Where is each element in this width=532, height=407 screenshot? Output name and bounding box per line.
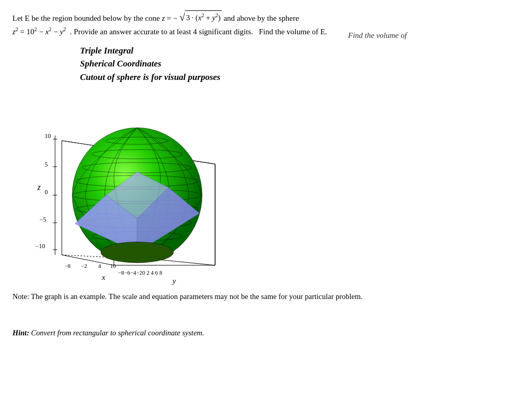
svg-text:10: 10 <box>110 263 116 269</box>
right-panel: Find the volume of <box>348 31 504 40</box>
svg-text:−10: −10 <box>35 242 45 250</box>
svg-text:x: x <box>101 273 105 281</box>
problem-line1: Let E be the region bounded below by the… <box>12 10 520 25</box>
graph-container: z x y 10 5 0 −5 −10 −8 −2 4 10 −8−6−4−20… <box>23 89 241 286</box>
hint-label: Hint: <box>12 329 29 337</box>
hint-text: Hint: Convert from rectangular to spheri… <box>12 328 520 339</box>
note-text: Note: The graph is an example. The scale… <box>12 291 376 303</box>
svg-text:−2: −2 <box>81 263 87 269</box>
svg-text:10: 10 <box>45 132 51 140</box>
title-block: Triple Integral Spherical Coordinates Cu… <box>80 44 520 84</box>
svg-text:y: y <box>171 277 176 285</box>
graph-area: z x y 10 5 0 −5 −10 −8 −2 4 10 −8−6−4−20… <box>23 89 520 286</box>
svg-text:−8: −8 <box>64 263 71 269</box>
title-line2: Spherical Coordinates <box>80 57 520 71</box>
title-line1: Triple Integral <box>80 44 520 58</box>
title-line3: Cutout of sphere is for visual purposes <box>80 71 520 84</box>
svg-text:−5: −5 <box>39 216 46 223</box>
svg-text:0: 0 <box>45 188 48 196</box>
page-wrapper: Find the volume of Let E be the region b… <box>12 10 520 339</box>
svg-text:4: 4 <box>98 263 101 269</box>
svg-text:5: 5 <box>45 161 48 168</box>
svg-point-42 <box>101 242 174 263</box>
find-volume-text: Find the volume of <box>348 31 504 40</box>
hint-body: Convert from rectangular to spherical co… <box>29 329 204 337</box>
sphere-graph: z x y 10 5 0 −5 −10 −8 −2 4 10 −8−6−4−20… <box>23 89 241 286</box>
svg-text:−8−6−4−20 2 4 6 8: −8−6−4−20 2 4 6 8 <box>118 269 163 276</box>
svg-text:z: z <box>37 183 41 192</box>
